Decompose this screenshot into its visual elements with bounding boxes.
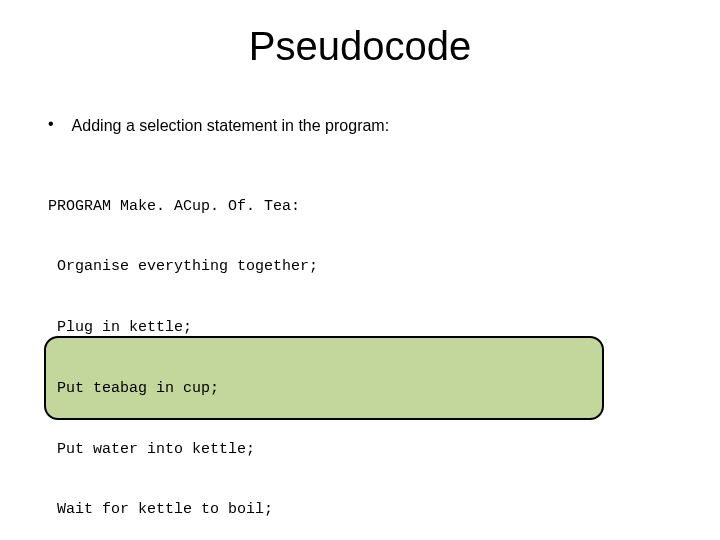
code-line: Plug in kettle;: [48, 318, 327, 338]
bullet-item: • Adding a selection statement in the pr…: [48, 116, 389, 135]
pseudocode-block: PROGRAM Make. ACup. Of. Tea: Organise ev…: [48, 156, 327, 540]
bullet-marker: •: [48, 116, 54, 132]
code-line: Put water into kettle;: [48, 440, 327, 460]
slide: Pseudocode • Adding a selection statemen…: [0, 0, 720, 540]
code-line: PROGRAM Make. ACup. Of. Tea:: [48, 197, 327, 217]
code-line: Wait for kettle to boil;: [48, 500, 327, 520]
bullet-text: Adding a selection statement in the prog…: [72, 116, 390, 135]
code-line: Put teabag in cup;: [48, 379, 327, 399]
code-line: Organise everything together;: [48, 257, 327, 277]
slide-title: Pseudocode: [0, 24, 720, 69]
